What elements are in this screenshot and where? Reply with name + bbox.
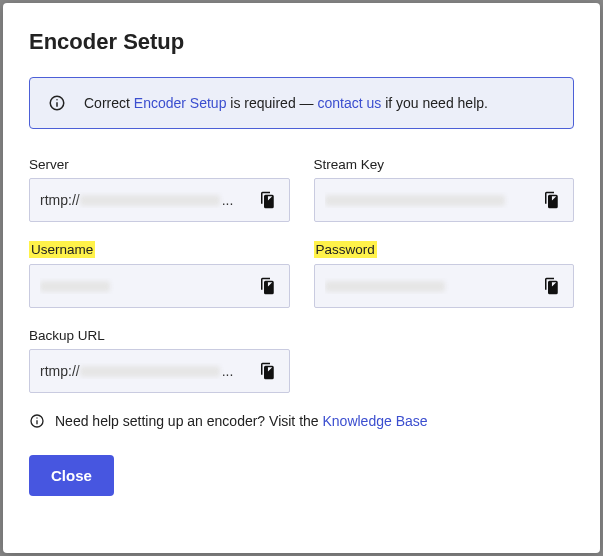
help-text: Need help setting up an encoder? Visit t… — [55, 413, 428, 429]
info-banner: Correct Encoder Setup is required — cont… — [29, 77, 574, 129]
contact-us-link[interactable]: contact us — [317, 95, 381, 111]
username-value — [40, 278, 247, 294]
password-input[interactable] — [314, 264, 575, 308]
copy-server-button[interactable] — [255, 187, 279, 213]
username-input[interactable] — [29, 264, 290, 308]
copy-stream-key-button[interactable] — [539, 187, 563, 213]
svg-point-2 — [56, 99, 58, 101]
server-value: rtmp://... — [40, 192, 247, 208]
modal-footer: Close — [29, 455, 574, 496]
password-value — [325, 278, 532, 294]
copy-username-button[interactable] — [255, 273, 279, 299]
info-icon — [48, 94, 66, 112]
copy-backup-url-button[interactable] — [255, 358, 279, 384]
server-input[interactable]: rtmp://... — [29, 178, 290, 222]
username-label: Username — [29, 241, 95, 258]
copy-password-button[interactable] — [539, 273, 563, 299]
backup-url-label: Backup URL — [29, 328, 105, 343]
username-field: Username — [29, 240, 290, 308]
knowledge-base-link[interactable]: Knowledge Base — [322, 413, 427, 429]
backup-url-input[interactable]: rtmp://... — [29, 349, 290, 393]
fields-grid: Server rtmp://... Stream Key — [29, 155, 574, 393]
server-field: Server rtmp://... — [29, 155, 290, 222]
encoder-setup-link[interactable]: Encoder Setup — [134, 95, 227, 111]
close-button[interactable]: Close — [29, 455, 114, 496]
svg-point-5 — [36, 417, 37, 418]
backup-url-value: rtmp://... — [40, 363, 247, 379]
info-icon — [29, 413, 45, 429]
encoder-setup-modal: Encoder Setup Correct Encoder Setup is r… — [3, 3, 600, 553]
stream-key-input[interactable] — [314, 178, 575, 222]
help-row: Need help setting up an encoder? Visit t… — [29, 413, 574, 429]
info-banner-text: Correct Encoder Setup is required — cont… — [84, 95, 488, 111]
page-title: Encoder Setup — [29, 29, 574, 55]
password-field: Password — [314, 240, 575, 308]
password-label: Password — [314, 241, 377, 258]
stream-key-value — [325, 192, 532, 208]
server-label: Server — [29, 157, 69, 172]
stream-key-label: Stream Key — [314, 157, 385, 172]
stream-key-field: Stream Key — [314, 155, 575, 222]
backup-url-field: Backup URL rtmp://... — [29, 326, 290, 393]
